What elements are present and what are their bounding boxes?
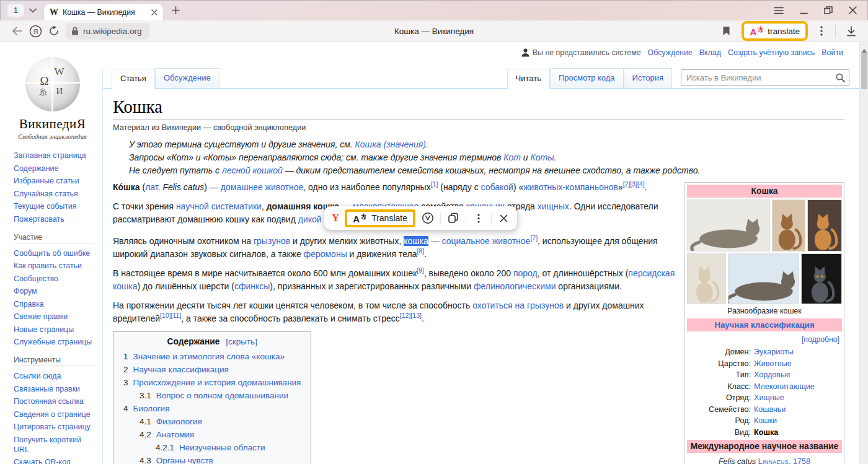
toc-item[interactable]: 4Биология bbox=[123, 402, 301, 415]
sidebar-link[interactable]: Скачать QR-код bbox=[14, 458, 71, 464]
personal-link[interactable]: Войти bbox=[822, 48, 843, 57]
taxon-value[interactable]: Эукариоты bbox=[754, 346, 794, 358]
sidebar-item[interactable]: Сведения о странице bbox=[14, 409, 97, 419]
tab-Обсуждение[interactable]: Обсуждение bbox=[155, 68, 219, 88]
sidebar-item[interactable]: Случайная статья bbox=[14, 188, 97, 198]
inline-link[interactable]: Кот bbox=[503, 152, 521, 162]
yandex-home-icon[interactable]: Я bbox=[26, 22, 45, 40]
sidebar-item[interactable]: Текущие события bbox=[14, 201, 97, 211]
sidebar-item[interactable]: Скачать QR-код bbox=[14, 457, 97, 464]
author-link[interactable]: Linnaeus bbox=[758, 457, 789, 464]
siamese-cat-photo[interactable] bbox=[687, 253, 726, 304]
sidebar-item[interactable]: Форум bbox=[14, 286, 97, 295]
sidebar-link[interactable]: Сведения о странице bbox=[14, 410, 91, 419]
sidebar-link[interactable]: Форум bbox=[14, 287, 37, 295]
toc-link[interactable]: Анатомия bbox=[156, 430, 194, 439]
sidebar-link[interactable]: Цитировать страницу bbox=[14, 422, 91, 431]
toc-item[interactable]: 3Происхождение и история одомашнивания bbox=[123, 376, 301, 389]
sidebar-item[interactable]: Содержание bbox=[14, 163, 97, 173]
inline-link[interactable]: Кошка (значения) bbox=[355, 139, 426, 149]
toc-link[interactable]: Биология bbox=[133, 404, 170, 413]
reference-link[interactable]: [10][11] bbox=[160, 312, 181, 319]
sidebar-item[interactable]: Пожертвовать bbox=[14, 214, 97, 224]
inline-link[interactable]: охотиться на грызунов bbox=[472, 300, 564, 310]
sidebar-link[interactable]: Сообщить об ошибке bbox=[14, 249, 90, 258]
copy-icon[interactable] bbox=[446, 209, 460, 227]
sidebar-link[interactable]: Справка bbox=[14, 300, 44, 309]
inline-link[interactable]: сфинксы bbox=[234, 281, 270, 291]
taxon-value[interactable]: Животные bbox=[754, 358, 792, 370]
taxon-value[interactable]: Кошки bbox=[754, 415, 777, 427]
page-scrollbar[interactable] bbox=[859, 42, 868, 464]
new-tab-button[interactable] bbox=[172, 6, 180, 14]
sidebar-link[interactable]: Ссылки сюда bbox=[14, 372, 61, 380]
toc-item[interactable]: 1Значение и этимология слова «кошка» bbox=[123, 350, 301, 363]
sidebar-link[interactable]: Новые страницы bbox=[14, 325, 74, 334]
sidebar-item[interactable]: Сообщить об ошибке bbox=[14, 248, 97, 258]
inline-link[interactable]: лат. bbox=[145, 182, 160, 192]
reference-link[interactable]: [2][3][4] bbox=[623, 180, 645, 188]
inline-link[interactable]: хищных bbox=[538, 201, 569, 211]
tabby-cat-lying-photo[interactable] bbox=[687, 199, 770, 252]
toc-link[interactable]: Физиология bbox=[156, 417, 202, 426]
sidebar-link[interactable]: Заглавная страница bbox=[14, 151, 86, 160]
popup-more-icon[interactable] bbox=[472, 209, 485, 227]
sidebar-item[interactable]: Цитировать страницу bbox=[14, 421, 97, 431]
toc-item[interactable]: 4.1Физиология bbox=[123, 415, 301, 428]
inline-link[interactable]: собакой bbox=[481, 182, 513, 192]
bookmark-icon[interactable] bbox=[717, 22, 735, 40]
inline-link[interactable]: феромоны bbox=[304, 249, 347, 259]
sidebar-item[interactable]: Заглавная страница bbox=[14, 150, 97, 160]
inline-link[interactable]: фелинологическими bbox=[474, 281, 556, 291]
sidebar-link[interactable]: Свежие правки bbox=[14, 312, 68, 321]
toc-link[interactable]: Вопрос о полном одомашнивании bbox=[156, 391, 288, 400]
reference-link[interactable]: [7] bbox=[530, 234, 538, 242]
toc-item[interactable]: 2Научная классификация bbox=[123, 363, 301, 376]
inline-link[interactable]: научной систематики bbox=[176, 201, 262, 211]
reference-link[interactable]: [12][13] bbox=[400, 312, 422, 319]
browser-tab[interactable]: W Кошка — Википедия bbox=[44, 4, 163, 20]
taxon-value[interactable]: Хордовые bbox=[754, 369, 790, 381]
tab-Просмотр кода[interactable]: Просмотр кода bbox=[550, 68, 624, 88]
sidebar-item[interactable]: Свежие правки bbox=[14, 311, 97, 321]
inline-link[interactable]: Коты bbox=[531, 152, 554, 162]
tab-close-icon[interactable] bbox=[151, 9, 157, 15]
sidebar-item[interactable]: Избранные статьи bbox=[14, 175, 97, 185]
sidebar-link[interactable]: Связанные правки bbox=[14, 385, 80, 393]
sidebar-link[interactable]: Как править статьи bbox=[14, 261, 82, 270]
tab-Статья[interactable]: Статья bbox=[112, 69, 155, 89]
grey-cat-photo[interactable] bbox=[801, 253, 842, 304]
wiki-search-box[interactable] bbox=[681, 69, 849, 86]
sidebar-item[interactable]: Сообщество bbox=[14, 273, 97, 283]
sidebar-item[interactable]: Постоянная ссылка bbox=[14, 396, 97, 406]
abyssinian-cat-photo[interactable] bbox=[772, 199, 805, 252]
sidebar-item[interactable]: Ссылки сюда bbox=[14, 370, 97, 380]
personal-link[interactable]: Создать учётную запись bbox=[728, 48, 815, 57]
inline-link[interactable]: пород bbox=[513, 268, 538, 278]
sidebar-link[interactable]: Получить короткий URL bbox=[14, 436, 81, 454]
details-link[interactable]: [подробно] bbox=[687, 333, 842, 346]
wikipedia-logo[interactable]: WΩИ糸 ВикипедиЯ Свободная энциклопедия bbox=[7, 57, 97, 140]
sidebar-link[interactable]: Случайная статья bbox=[14, 190, 78, 198]
personal-link[interactable]: Обсуждение bbox=[648, 48, 693, 57]
toc-hide-link[interactable]: [скрыть] bbox=[226, 337, 257, 346]
toc-link[interactable]: Происхождение и история одомашнивания bbox=[133, 378, 301, 387]
inline-link[interactable]: социальное животное bbox=[442, 236, 531, 246]
toc-link[interactable]: Неизученные области bbox=[179, 443, 265, 452]
toc-item[interactable]: 4.3Органы чувств bbox=[123, 454, 301, 464]
tab-Читать[interactable]: Читать bbox=[507, 69, 550, 89]
tab-История[interactable]: История bbox=[624, 68, 672, 88]
yandex-icon[interactable]: Y bbox=[332, 212, 339, 224]
toolbar-more-icon[interactable] bbox=[814, 22, 829, 40]
reference-link[interactable]: [9] bbox=[417, 266, 424, 274]
toc-link[interactable]: Значение и этимология слова «кошка» bbox=[133, 352, 285, 361]
wiki-search-input[interactable] bbox=[686, 73, 836, 82]
v-circle-icon[interactable] bbox=[421, 209, 435, 227]
close-window-icon[interactable] bbox=[849, 6, 857, 14]
tab-counter[interactable]: 1 bbox=[7, 4, 24, 17]
back-icon[interactable] bbox=[7, 22, 26, 40]
reload-icon[interactable] bbox=[45, 22, 63, 40]
inline-link[interactable]: домашнее животное bbox=[221, 182, 303, 192]
sidebar-item[interactable]: Служебные страницы bbox=[14, 336, 97, 346]
address-bar[interactable]: ru.wikipedia.org bbox=[66, 23, 149, 40]
